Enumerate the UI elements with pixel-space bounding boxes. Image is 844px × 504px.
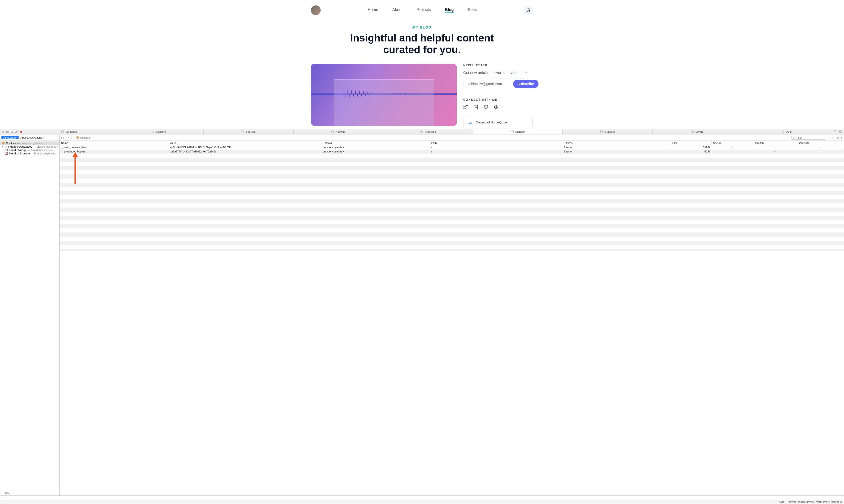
sidebar: NEWSLETTER Get new articles delivered to… <box>463 64 533 129</box>
svg-point-16 <box>782 131 785 133</box>
svg-rect-29 <box>5 152 7 155</box>
tree-localstorage[interactable]: Local Storage — braydoncoyer.dev <box>0 148 59 152</box>
table-row[interactable]: __prerender_bypassda8a9724f1482c27ad1692… <box>59 149 844 154</box>
target-icon[interactable]: ⊕ <box>15 130 17 133</box>
col-samesite[interactable]: SameSite <box>796 141 844 145</box>
close-icon[interactable]: ✕ <box>2 130 4 133</box>
avatar[interactable] <box>311 5 321 15</box>
subtab-all-storage[interactable]: All Storage <box>1 136 19 139</box>
hero-headline-l2: curated for you. <box>383 44 461 55</box>
col-value[interactable]: Value <box>168 141 321 145</box>
tree-cookies[interactable]: Cookies — braydoncoyer.dev <box>0 142 59 145</box>
ad-text: Download SonarQube <box>476 121 507 124</box>
tab-console[interactable]: Console <box>114 129 204 134</box>
sidebar-filter[interactable]: ⌕ <box>0 491 59 496</box>
col-path[interactable]: Path <box>430 141 562 145</box>
svg-point-17 <box>834 130 836 132</box>
hero: MY BLOG Insightful and helpful content c… <box>311 19 533 64</box>
tab-storage[interactable]: Storage <box>473 129 563 134</box>
table-row[interactable]: __next_preview_dataeyJhbGciOiJIUzI1NiIsI… <box>59 145 844 149</box>
col-name[interactable]: Name <box>59 141 168 145</box>
dock-side-icon[interactable]: ◫ <box>6 130 8 133</box>
toggle-sidebar-icon[interactable]: ▯▯ <box>61 136 64 139</box>
hero-headline: Insightful and helpful content curated f… <box>311 32 533 56</box>
nav-projects[interactable]: Projects <box>417 7 431 13</box>
tree-local-label: Local Storage <box>9 148 27 151</box>
tree-idb-domain: braydoncoyer.dev <box>37 145 58 148</box>
refresh-icon[interactable]: ↻ <box>832 136 834 139</box>
gear-icon[interactable] <box>839 130 842 133</box>
cookies-filter-input[interactable] <box>796 136 830 139</box>
col-secure[interactable]: Secure <box>711 141 752 145</box>
nav-links: Home About Projects Blog Stats <box>368 7 477 13</box>
subscribe-button[interactable]: Subscribe <box>513 80 538 88</box>
nav-blog[interactable]: Blog <box>445 7 454 13</box>
tab-graphics[interactable]: Graphics <box>563 129 652 134</box>
tab-sources[interactable]: Sources <box>203 129 293 134</box>
svg-line-18 <box>836 132 836 132</box>
elements-icon <box>61 130 64 133</box>
tree-sessionstorage[interactable]: Session Storage — braydoncoyer.dev <box>0 152 59 155</box>
sidebar-filter-input[interactable] <box>4 492 58 495</box>
sources-icon <box>241 130 244 133</box>
tab-timelines[interactable]: Timelines <box>383 129 473 134</box>
status-bar: Auto — how-to-enable-previe…your-cms-in-… <box>0 500 844 504</box>
site-nav: Home About Projects Blog Stats <box>311 0 533 19</box>
ad-card[interactable]: ☁︎ Download SonarQube <box>463 116 533 129</box>
add-icon[interactable]: ＋ <box>828 136 830 140</box>
content-toolbar: ▯▯ 〈〉 Cookies ⌕ ＋ ↻ 🗑 ▯ <box>59 135 844 141</box>
email-field[interactable] <box>465 80 513 88</box>
cloud-icon: ☁︎ <box>468 120 472 125</box>
nav-stats[interactable]: Stats <box>468 7 477 13</box>
back-icon[interactable]: 〈 <box>66 136 70 139</box>
cookie-icon <box>76 136 79 139</box>
svg-point-21 <box>3 142 3 143</box>
twitter-icon[interactable] <box>463 105 468 109</box>
nav-home[interactable]: Home <box>368 7 378 13</box>
svg-rect-26 <box>5 149 7 151</box>
col-expires[interactable]: Expires <box>562 141 671 145</box>
subscribe-form: Subscribe <box>463 78 533 89</box>
svg-point-14 <box>601 131 601 132</box>
tree-indexeddb[interactable]: ▶ Indexed Databases — braydoncoyer.dev <box>0 145 59 148</box>
github-icon[interactable] <box>484 105 488 109</box>
filter-icon: ⌕ <box>793 136 795 139</box>
storage-icon <box>511 130 514 133</box>
trash-icon[interactable]: 🗑 <box>837 136 839 139</box>
cookies-grid: Name Value Domain Path Expires Size Secu… <box>59 141 844 496</box>
svg-point-25 <box>5 146 6 146</box>
svg-point-32 <box>76 137 79 139</box>
console-prompt[interactable]: › <box>0 496 844 500</box>
tab-elements[interactable]: Elements <box>24 129 114 134</box>
svg-point-19 <box>840 131 841 132</box>
error-badge[interactable] <box>20 131 22 133</box>
tree-session-domain: braydoncoyer.dev <box>34 152 55 155</box>
col-size[interactable]: Size <box>671 141 711 145</box>
tab-network[interactable]: Network <box>293 129 383 134</box>
forward-icon[interactable]: 〉 <box>70 136 74 139</box>
col-domain[interactable]: Domain <box>321 141 430 145</box>
chevron-up-down-icon[interactable]: ⇅ <box>840 500 842 503</box>
audit-icon <box>782 130 785 133</box>
featured-image[interactable] <box>311 64 457 126</box>
tree-cookies-label: Cookies <box>6 142 16 145</box>
tab-audit[interactable]: Audit <box>742 129 832 134</box>
hero-headline-l1: Insightful and helpful content <box>350 32 494 44</box>
linkedin-icon[interactable] <box>473 105 478 109</box>
filter-icon: ⌕ <box>1 492 3 495</box>
tab-layers[interactable]: Layers <box>652 129 742 134</box>
detail-pane-icon[interactable]: ▯ <box>841 136 843 139</box>
subtab-app-cache[interactable]: Application Cache⇅ <box>20 136 45 139</box>
cookie-icon <box>2 142 5 145</box>
tree-cookies-domain: braydoncoyer.dev <box>21 142 42 145</box>
dock-bottom-icon[interactable]: ⊟ <box>11 130 13 133</box>
tree-session-label: Session Storage <box>9 152 30 155</box>
breadcrumb: Cookies <box>76 136 90 139</box>
codepen-icon[interactable] <box>494 105 498 109</box>
nav-about[interactable]: About <box>393 7 403 13</box>
storage-sidebar: All Storage Application Cache⇅ Cookies —… <box>0 135 59 496</box>
theme-toggle-button[interactable] <box>524 6 533 15</box>
search-icon[interactable] <box>834 130 837 133</box>
col-httponly[interactable]: HttpOnly <box>752 141 796 145</box>
console-icon <box>152 130 155 133</box>
